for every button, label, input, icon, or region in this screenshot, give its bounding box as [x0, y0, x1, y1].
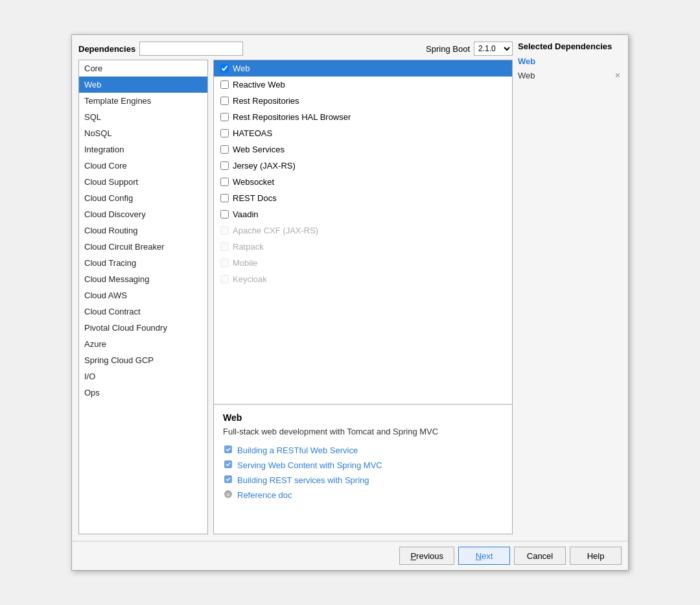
- category-item-spring-cloud-gcp[interactable]: Spring Cloud GCP: [79, 352, 207, 368]
- dep-checkbox-ratpack: [220, 243, 229, 251]
- dep-item-rest-repositories-hal[interactable]: Rest Repositories HAL Browser: [214, 109, 512, 125]
- spring-boot-label: Spring Boot: [426, 44, 470, 54]
- dep-item-vaadin[interactable]: Vaadin: [214, 206, 512, 222]
- dep-desc-text: Full-stack web development with Tomcat a…: [223, 427, 503, 436]
- dep-item-web[interactable]: Web: [214, 60, 512, 77]
- dep-link-label: Serving Web Content with Spring MVC: [237, 460, 382, 470]
- category-item-cloud-circuit-breaker[interactable]: Cloud Circuit Breaker: [79, 239, 207, 255]
- dep-link-reference-doc[interactable]: ≡Reference doc: [223, 489, 503, 501]
- dep-checkbox-rest-docs[interactable]: [220, 194, 229, 202]
- dep-links: Building a RESTful Web ServiceServing We…: [223, 444, 503, 501]
- category-item-ops[interactable]: Ops: [79, 385, 207, 401]
- dep-label-keycloak: Keycloak: [233, 274, 267, 284]
- svg-text:≡: ≡: [226, 492, 229, 498]
- dep-checkbox-web[interactable]: [220, 64, 229, 73]
- middle-panel: Spring Boot 2.1.02.0.91.5.20 WebReactive…: [213, 42, 513, 534]
- dep-link-label: Reference doc: [237, 490, 292, 500]
- category-item-cloud-aws[interactable]: Cloud AWS: [79, 287, 207, 303]
- dep-label-mobile: Mobile: [233, 258, 257, 268]
- dep-item-apache-cxf: Apache CXF (JAX-RS): [214, 222, 512, 239]
- dep-item-rest-docs[interactable]: REST Docs: [214, 190, 512, 206]
- guide-icon: [223, 444, 233, 457]
- dep-checkbox-reactive-web[interactable]: [220, 80, 229, 89]
- dep-checkbox-hateoas[interactable]: [220, 129, 229, 137]
- dep-desc-title: Web: [223, 412, 503, 423]
- dep-label-rest-repositories-hal: Rest Repositories HAL Browser: [233, 112, 351, 122]
- dep-item-ratpack: Ratpack: [214, 239, 512, 255]
- dep-checkbox-keycloak: [220, 275, 229, 283]
- deps-title: Dependencies: [78, 44, 135, 54]
- dep-item-hateoas[interactable]: HATEOAS: [214, 125, 512, 141]
- deps-list: WebReactive WebRest RepositoriesRest Rep…: [213, 60, 513, 405]
- category-item-sql[interactable]: SQL: [79, 109, 207, 125]
- selected-group-title: Web: [518, 56, 622, 66]
- selected-dep-item: Web×: [518, 69, 622, 82]
- dep-item-jersey[interactable]: Jersey (JAX-RS): [214, 158, 512, 174]
- left-panel: Dependencies CoreWebTemplate EnginesSQLN…: [78, 42, 208, 534]
- dep-label-websocket: Websocket: [233, 177, 274, 187]
- category-item-pivotal-cloud-foundry[interactable]: Pivotal Cloud Foundry: [79, 320, 207, 336]
- category-item-cloud-contract[interactable]: Cloud Contract: [79, 303, 207, 320]
- category-item-cloud-routing[interactable]: Cloud Routing: [79, 222, 207, 239]
- dep-checkbox-apache-cxf: [220, 226, 229, 235]
- category-item-web[interactable]: Web: [79, 77, 207, 93]
- guide-icon: [223, 474, 233, 486]
- dep-item-rest-repositories[interactable]: Rest Repositories: [214, 93, 512, 109]
- dep-label-reactive-web: Reactive Web: [233, 80, 285, 89]
- right-panel: Selected Dependencies WebWeb×: [518, 42, 622, 534]
- dep-checkbox-mobile: [220, 259, 229, 267]
- dependencies-dialog: Dependencies CoreWebTemplate EnginesSQLN…: [71, 34, 629, 571]
- category-list: CoreWebTemplate EnginesSQLNoSQLIntegrati…: [78, 60, 208, 534]
- dep-checkbox-vaadin[interactable]: [220, 210, 229, 219]
- dep-checkbox-rest-repositories-hal[interactable]: [220, 113, 229, 121]
- dep-label-web: Web: [233, 64, 250, 73]
- dep-label-ratpack: Ratpack: [233, 242, 264, 252]
- dep-item-keycloak: Keycloak: [214, 271, 512, 287]
- category-item-cloud-config[interactable]: Cloud Config: [79, 190, 207, 206]
- category-item-nosql[interactable]: NoSQL: [79, 125, 207, 141]
- dep-link-building-a-restful-web-service[interactable]: Building a RESTful Web Service: [223, 444, 503, 457]
- dep-label-rest-docs: REST Docs: [233, 193, 277, 203]
- dep-checkbox-websocket[interactable]: [220, 178, 229, 186]
- dep-label-vaadin: Vaadin: [233, 209, 259, 219]
- dep-link-label: Building REST services with Spring: [237, 475, 369, 485]
- spring-boot-select[interactable]: 2.1.02.0.91.5.20: [474, 42, 513, 56]
- cancel-button[interactable]: Cancel: [514, 547, 566, 565]
- category-item-azure[interactable]: Azure: [79, 336, 207, 352]
- dep-item-reactive-web[interactable]: Reactive Web: [214, 77, 512, 93]
- dep-label-apache-cxf: Apache CXF (JAX-RS): [233, 226, 318, 235]
- category-item-cloud-discovery[interactable]: Cloud Discovery: [79, 206, 207, 222]
- category-item-cloud-messaging[interactable]: Cloud Messaging: [79, 271, 207, 287]
- deps-header: Dependencies: [78, 42, 208, 56]
- dep-item-mobile: Mobile: [214, 255, 512, 271]
- dep-checkbox-jersey[interactable]: [220, 161, 229, 170]
- dep-label-web-services: Web Services: [233, 145, 285, 154]
- selected-dep-name: Web: [518, 71, 535, 80]
- dep-link-serving-web-content-with-spring-mvc[interactable]: Serving Web Content with Spring MVC: [223, 459, 503, 471]
- help-button[interactable]: Help: [570, 547, 622, 565]
- dep-item-web-services[interactable]: Web Services: [214, 141, 512, 158]
- dep-description: Web Full-stack web development with Tomc…: [213, 405, 513, 534]
- dep-label-hateoas: HATEOAS: [233, 128, 272, 138]
- next-button[interactable]: Next: [458, 547, 510, 565]
- spring-boot-header: Spring Boot 2.1.02.0.91.5.20: [213, 42, 513, 56]
- dep-item-websocket[interactable]: Websocket: [214, 174, 512, 190]
- category-item-template-engines[interactable]: Template Engines: [79, 93, 207, 109]
- dialog-footer: Previous Next Cancel Help: [72, 541, 628, 570]
- category-item-core[interactable]: Core: [79, 60, 207, 77]
- category-item-cloud-support[interactable]: Cloud Support: [79, 174, 207, 190]
- guide-icon: [223, 459, 233, 471]
- category-item-cloud-tracing[interactable]: Cloud Tracing: [79, 255, 207, 271]
- dep-checkbox-web-services[interactable]: [220, 145, 229, 154]
- category-item-io[interactable]: I/O: [79, 368, 207, 385]
- dep-link-label: Building a RESTful Web Service: [237, 445, 358, 455]
- selected-deps-content: WebWeb×: [518, 56, 622, 82]
- category-item-cloud-core[interactable]: Cloud Core: [79, 158, 207, 174]
- dep-checkbox-rest-repositories[interactable]: [220, 97, 229, 105]
- selected-deps-title: Selected Dependencies: [518, 42, 622, 51]
- dep-link-building-rest-services-with-spring[interactable]: Building REST services with Spring: [223, 474, 503, 486]
- dep-label-rest-repositories: Rest Repositories: [233, 96, 299, 106]
- previous-button[interactable]: Previous: [399, 547, 454, 565]
- remove-dep-button[interactable]: ×: [614, 70, 622, 80]
- category-item-integration[interactable]: Integration: [79, 141, 207, 158]
